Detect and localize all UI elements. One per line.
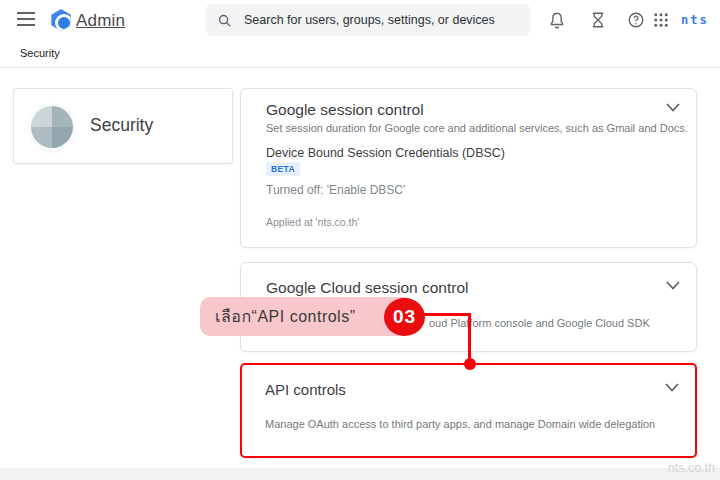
- beta-badge: BETA: [266, 162, 300, 176]
- dbsc-title: Device Bound Session Credentials (DBSC): [266, 146, 505, 160]
- bottom-strip: [0, 468, 720, 480]
- apps-grid-icon[interactable]: [652, 11, 670, 29]
- callout-label: เลือก“API controls”: [215, 304, 355, 329]
- connector-line-vertical: [468, 313, 471, 363]
- dbsc-applied-scope: Applied at 'nts.co.th': [266, 216, 359, 228]
- global-search[interactable]: [205, 4, 531, 36]
- connector-endpoint-dot: [464, 358, 476, 370]
- admin-console-window: Admin nts Security Security: [0, 0, 720, 480]
- help-icon[interactable]: [627, 11, 645, 29]
- card-title: API controls: [265, 381, 346, 398]
- pending-tasks-hourglass-icon[interactable]: [589, 11, 607, 29]
- card-title: Google session control: [266, 101, 424, 119]
- admin-logo-icon[interactable]: [50, 9, 72, 31]
- api-controls-card[interactable]: API controls Manage OAuth access to thir…: [240, 363, 697, 458]
- admin-home-link[interactable]: Admin: [76, 11, 125, 31]
- tutorial-callout: เลือก“API controls”: [200, 297, 413, 336]
- card-subtitle: Set session duration for Google core and…: [266, 122, 688, 134]
- search-icon: [217, 13, 232, 28]
- chevron-down-icon[interactable]: [666, 103, 680, 112]
- notifications-bell-icon[interactable]: [548, 11, 566, 29]
- menu-icon[interactable]: [17, 12, 35, 26]
- watermark: nts.co.th: [668, 461, 715, 475]
- card-subtitle: Manage OAuth access to third party apps,…: [265, 418, 655, 430]
- security-category-card[interactable]: Security: [13, 88, 233, 164]
- breadcrumb: Security: [20, 47, 60, 59]
- card-subtitle-visible-fragment: oud Platform console and Google Cloud SD…: [429, 317, 650, 329]
- google-session-control-card[interactable]: Google session control Set session durat…: [240, 88, 697, 248]
- category-title: Security: [90, 115, 153, 136]
- connector-line-horizontal: [420, 313, 471, 316]
- chevron-down-icon[interactable]: [665, 383, 679, 392]
- search-input[interactable]: [244, 13, 519, 27]
- breadcrumb-bar: Security: [0, 40, 720, 68]
- security-sphere-icon: [31, 106, 73, 148]
- top-app-bar: Admin nts: [0, 0, 720, 40]
- chevron-down-icon[interactable]: [666, 281, 680, 290]
- org-logo: nts: [681, 13, 709, 27]
- card-title: Google Cloud session control: [266, 279, 468, 297]
- dbsc-status: Turned off: 'Enable DBSC': [266, 183, 405, 197]
- step-number-badge: 03: [384, 298, 425, 336]
